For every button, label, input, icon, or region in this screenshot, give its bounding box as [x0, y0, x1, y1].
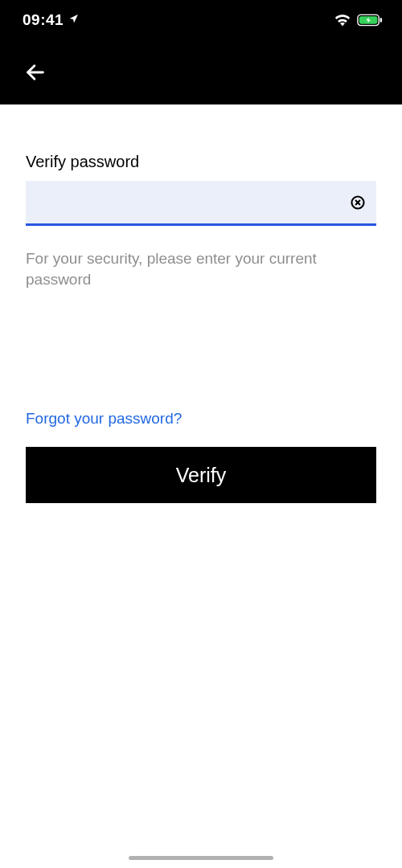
verify-button[interactable]: Verify [26, 447, 376, 503]
back-button[interactable] [19, 56, 51, 88]
svg-rect-2 [380, 18, 382, 23]
status-left: 09:41 [23, 11, 79, 29]
password-helper-text: For your security, please enter your cur… [26, 248, 376, 289]
status-right [334, 14, 383, 27]
status-time: 09:41 [23, 11, 64, 29]
main-content: Verify password For your security, pleas… [0, 104, 402, 503]
forgot-password-link[interactable]: Forgot your password? [26, 410, 182, 428]
home-indicator[interactable] [129, 856, 273, 860]
nav-bar [0, 40, 402, 104]
arrow-left-icon [24, 61, 47, 84]
wifi-icon [334, 14, 351, 27]
location-services-icon [68, 13, 79, 27]
clear-circle-icon [350, 194, 366, 211]
battery-charging-icon [357, 14, 383, 27]
password-field-label: Verify password [26, 153, 376, 171]
password-input[interactable] [35, 181, 349, 223]
password-input-wrapper [26, 181, 376, 226]
status-bar: 09:41 [0, 0, 402, 40]
clear-input-button[interactable] [349, 194, 367, 211]
